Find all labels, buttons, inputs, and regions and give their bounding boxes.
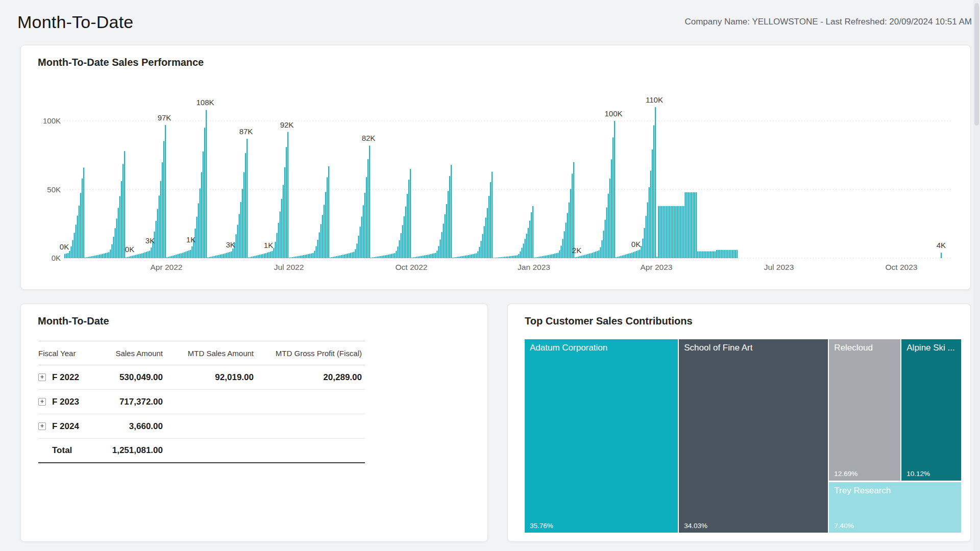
bar[interactable] xyxy=(215,256,216,258)
bar[interactable] xyxy=(242,189,243,258)
bar[interactable] xyxy=(551,254,552,258)
bar[interactable] xyxy=(564,231,565,258)
bar[interactable] xyxy=(344,255,345,258)
bar[interactable] xyxy=(308,254,309,258)
bar[interactable] xyxy=(378,256,379,258)
bar[interactable] xyxy=(443,223,444,258)
bar[interactable] xyxy=(389,254,390,258)
bar[interactable] xyxy=(506,257,507,258)
bar[interactable] xyxy=(141,254,142,258)
bar[interactable] xyxy=(138,254,139,258)
bar[interactable] xyxy=(688,192,689,258)
bar[interactable] xyxy=(586,255,587,258)
bar[interactable] xyxy=(130,256,131,258)
bar[interactable] xyxy=(458,257,459,258)
bar[interactable] xyxy=(118,208,119,258)
bar[interactable] xyxy=(482,234,483,258)
bar[interactable] xyxy=(429,255,430,258)
bar[interactable] xyxy=(166,257,167,258)
bar[interactable] xyxy=(273,248,274,258)
bar[interactable] xyxy=(569,203,570,258)
bar[interactable] xyxy=(290,257,291,258)
bar[interactable] xyxy=(371,258,372,258)
table-row[interactable]: +F 20243,660.00 xyxy=(38,414,365,439)
bar[interactable] xyxy=(591,253,592,258)
bar[interactable] xyxy=(636,251,637,258)
bar[interactable] xyxy=(653,126,654,258)
bar[interactable] xyxy=(644,228,645,258)
bar[interactable] xyxy=(592,253,593,258)
table-row[interactable]: +F 2022530,049.0092,019.0020,289.00 xyxy=(38,365,365,390)
bar[interactable] xyxy=(105,253,106,258)
bar[interactable] xyxy=(557,253,558,258)
bar[interactable] xyxy=(623,255,624,258)
column-header[interactable]: Fiscal Year xyxy=(38,349,93,358)
bar[interactable] xyxy=(146,252,147,258)
bar[interactable] xyxy=(187,251,188,258)
bar[interactable] xyxy=(356,243,357,258)
bar[interactable] xyxy=(545,256,546,258)
bar[interactable] xyxy=(94,256,95,258)
bar[interactable] xyxy=(235,234,236,258)
bar[interactable] xyxy=(597,251,598,258)
bar[interactable] xyxy=(712,252,713,258)
bar[interactable] xyxy=(492,172,493,258)
bar[interactable] xyxy=(639,249,640,258)
bar[interactable] xyxy=(178,254,179,258)
bar[interactable] xyxy=(424,256,425,258)
bar[interactable] xyxy=(67,253,68,258)
bar[interactable] xyxy=(70,246,71,258)
bar[interactable] xyxy=(364,193,365,258)
bar[interactable] xyxy=(642,239,643,258)
bar[interactable] xyxy=(289,258,290,258)
bar[interactable] xyxy=(391,254,392,258)
bar[interactable] xyxy=(232,248,233,258)
bar[interactable] xyxy=(485,217,486,258)
bar[interactable] xyxy=(324,205,325,258)
bar[interactable] xyxy=(317,240,318,258)
bar[interactable] xyxy=(502,257,503,258)
bar[interactable] xyxy=(200,188,201,258)
bar[interactable] xyxy=(223,254,224,258)
bar[interactable] xyxy=(594,252,595,258)
bar[interactable] xyxy=(114,228,115,258)
bar[interactable] xyxy=(566,222,567,258)
bar[interactable] xyxy=(127,257,128,258)
bar[interactable] xyxy=(614,121,615,258)
bar[interactable] xyxy=(480,241,481,258)
bar[interactable] xyxy=(661,206,662,258)
bar[interactable] xyxy=(407,194,408,258)
bar[interactable] xyxy=(426,255,427,258)
bar[interactable] xyxy=(645,216,646,258)
bar[interactable] xyxy=(298,256,299,258)
bar[interactable] xyxy=(573,162,574,258)
mtd-sales-bar-chart[interactable]: 0K50K100K0K0K3K97K1K108K3K87K1K92K82K2K1… xyxy=(21,45,970,289)
bar[interactable] xyxy=(267,253,268,258)
bar[interactable] xyxy=(484,226,485,258)
bar[interactable] xyxy=(119,196,120,258)
bar[interactable] xyxy=(251,257,252,258)
bar[interactable] xyxy=(341,255,342,258)
bar[interactable] xyxy=(397,246,398,258)
bar[interactable] xyxy=(501,257,502,258)
bar[interactable] xyxy=(250,257,251,258)
bar[interactable] xyxy=(439,239,440,258)
bar[interactable] xyxy=(691,192,692,258)
bar[interactable] xyxy=(204,128,205,258)
bar[interactable] xyxy=(473,254,474,258)
bar[interactable] xyxy=(350,253,351,258)
bar[interactable] xyxy=(490,182,491,258)
bar[interactable] xyxy=(293,257,295,258)
bar[interactable] xyxy=(270,252,271,258)
bar[interactable] xyxy=(159,195,160,258)
bar[interactable] xyxy=(121,181,122,258)
bar[interactable] xyxy=(634,252,635,258)
bar[interactable] xyxy=(287,132,288,258)
bar[interactable] xyxy=(584,255,585,258)
bar[interactable] xyxy=(550,255,551,258)
bar[interactable] xyxy=(547,255,548,258)
bar[interactable] xyxy=(74,233,75,258)
bar[interactable] xyxy=(144,253,145,258)
bar[interactable] xyxy=(641,246,642,258)
bar[interactable] xyxy=(129,257,130,258)
